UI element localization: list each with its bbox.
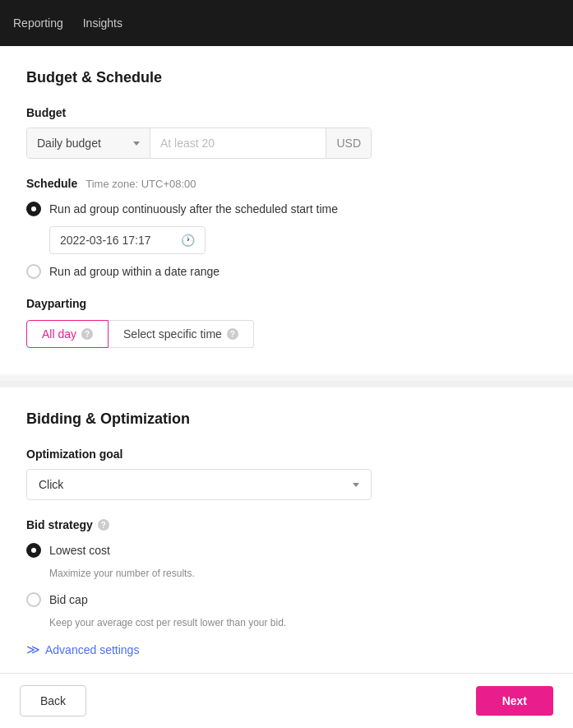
schedule-label: Schedule bbox=[26, 177, 77, 190]
advanced-settings-toggle[interactable]: ≫ Advanced settings bbox=[26, 642, 547, 657]
advanced-settings-label: Advanced settings bbox=[45, 643, 139, 656]
radio-date-range-indicator bbox=[26, 264, 41, 279]
budget-row: Daily budget At least 20 USD bbox=[26, 128, 372, 159]
clock-icon: 🕐 bbox=[181, 234, 195, 247]
budget-amount-input[interactable]: At least 20 bbox=[150, 128, 326, 158]
bid-cap-block: Bid cap Keep your average cost per resul… bbox=[26, 592, 547, 628]
budget-type-label: Daily budget bbox=[37, 137, 128, 150]
radio-continuous-indicator bbox=[26, 202, 41, 216]
daypart-buttons: All day ? Select specific time ? bbox=[26, 320, 547, 348]
dayparting-label: Dayparting bbox=[26, 297, 547, 310]
back-button[interactable]: Back bbox=[20, 685, 86, 716]
bid-cap-label: Bid cap bbox=[49, 593, 88, 606]
budget-label: Budget bbox=[26, 106, 547, 119]
specific-time-button[interactable]: Select specific time ? bbox=[109, 320, 254, 348]
allday-button[interactable]: All day ? bbox=[26, 320, 109, 348]
nav-reporting[interactable]: Reporting bbox=[13, 16, 63, 30]
optimization-value: Click bbox=[39, 478, 353, 491]
specific-time-help-icon: ? bbox=[227, 328, 238, 340]
main-content: Budget & Schedule Budget Daily budget At… bbox=[0, 46, 573, 728]
budget-currency: USD bbox=[326, 128, 371, 158]
radio-continuous-label: Run ad group continuously after the sche… bbox=[49, 202, 338, 216]
nav-insights[interactable]: Insights bbox=[83, 16, 122, 30]
bid-cap-desc: Keep your average cost per result lower … bbox=[49, 617, 547, 628]
schedule-header: Schedule Time zone: UTC+08:00 bbox=[26, 177, 547, 190]
allday-help-icon: ? bbox=[81, 328, 93, 340]
optimization-dropdown[interactable]: Click bbox=[26, 469, 372, 500]
optimization-chevron bbox=[353, 483, 359, 487]
datetime-value: 2022-03-16 17:17 bbox=[60, 234, 174, 247]
lowest-cost-block: Lowest cost Maximize your number of resu… bbox=[26, 543, 547, 579]
budget-schedule-section: Budget & Schedule Budget Daily budget At… bbox=[0, 46, 573, 374]
next-button[interactable]: Next bbox=[476, 686, 553, 716]
advanced-settings-chevron-icon: ≫ bbox=[26, 642, 40, 657]
radio-lowest-cost-indicator bbox=[26, 543, 41, 558]
datetime-picker[interactable]: 2022-03-16 17:17 🕐 bbox=[49, 226, 206, 254]
radio-bid-cap[interactable]: Bid cap bbox=[26, 592, 547, 607]
budget-type-chevron bbox=[133, 141, 140, 146]
radio-date-range[interactable]: Run ad group within a date range bbox=[26, 264, 547, 279]
budget-schedule-title: Budget & Schedule bbox=[26, 69, 547, 86]
timezone-text: Time zone: UTC+08:00 bbox=[85, 178, 196, 190]
bid-strategy-header: Bid strategy ? bbox=[26, 518, 547, 531]
radio-date-range-label: Run ad group within a date range bbox=[49, 265, 219, 278]
radio-lowest-cost[interactable]: Lowest cost bbox=[26, 543, 547, 558]
radio-bid-cap-indicator bbox=[26, 592, 41, 607]
lowest-cost-desc: Maximize your number of results. bbox=[49, 568, 547, 579]
radio-continuous[interactable]: Run ad group continuously after the sche… bbox=[26, 202, 547, 216]
optimization-label: Optimization goal bbox=[26, 447, 547, 461]
top-nav: Reporting Insights bbox=[0, 0, 573, 46]
lowest-cost-label: Lowest cost bbox=[49, 544, 110, 557]
bid-strategy-help-icon: ? bbox=[98, 519, 109, 531]
bid-strategy-label: Bid strategy bbox=[26, 518, 93, 531]
budget-type-select[interactable]: Daily budget bbox=[27, 128, 150, 158]
footer: Back Next bbox=[0, 673, 573, 728]
bidding-section: Bidding & Optimization Optimization goal… bbox=[0, 387, 573, 684]
bidding-title: Bidding & Optimization bbox=[26, 410, 547, 428]
section-divider bbox=[0, 381, 573, 387]
